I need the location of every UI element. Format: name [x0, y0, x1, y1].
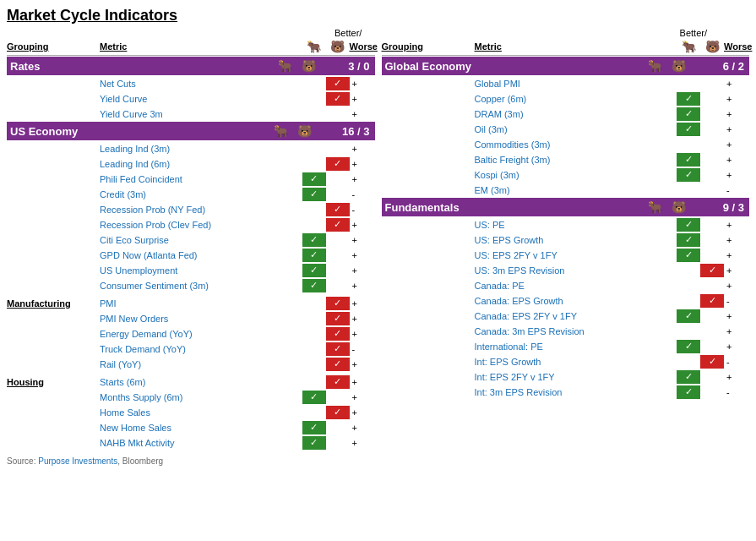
table-row: Truck Demand (YoY) ✓ - — [7, 342, 375, 356]
col-metric-right: Metric — [475, 41, 677, 52]
table-row: Int: EPS 2FY v 1FY ✓ + — [382, 369, 750, 384]
page-title: Market Cycle Indicators — [7, 7, 749, 25]
table-row: Leading Ind (3m) + — [7, 141, 375, 156]
bull-icon-header-left: 🐂 — [302, 40, 326, 53]
table-row: Energy Demand (YoY) ✓ + — [7, 326, 375, 341]
table-row: EM (3m) - — [382, 183, 750, 197]
rates-bull-icon: 🐂 — [274, 59, 297, 73]
table-row: Yield Curve 3m + — [7, 107, 375, 121]
table-row: Recession Prob (Clev Fed) ✓ + — [7, 217, 375, 232]
fundamentals-score: 9 / 3 — [695, 201, 746, 214]
rates-label: Rates — [10, 60, 274, 73]
bear-icon-header-right: 🐻 — [700, 40, 724, 53]
table-row: Months Supply (6m) ✓ + — [7, 390, 375, 404]
global-economy-label: Global Economy — [385, 60, 649, 73]
rates-bear-icon: 🐻 — [297, 59, 321, 73]
table-row: US Unemployment ✓ + — [7, 263, 375, 277]
better-worse-right-header: Better/ — [680, 28, 707, 38]
table-row: Citi Eco Surprise ✓ + — [7, 232, 375, 247]
table-row: NAHB Mkt Activity ✓ + — [7, 435, 375, 450]
col-grouping-right: Grouping — [382, 41, 475, 52]
table-row: Canada: 3m EPS Revision + — [382, 324, 750, 338]
table-row: GPD Now (Atlanta Fed) ✓ + — [7, 248, 375, 262]
table-row: Canada: EPS 2FY v 1FY ✓ + — [382, 309, 750, 323]
table-row: Net Cuts ✓ + — [7, 76, 375, 90]
table-row: International: PE ✓ + — [382, 339, 750, 353]
table-row: Global PMI + — [382, 76, 750, 90]
source-link[interactable]: Purpose Investments — [38, 456, 117, 466]
col-grouping-left: Grouping — [7, 41, 100, 52]
table-row: Consumer Sentiment (3m) ✓ + — [7, 278, 375, 292]
table-row: Copper (6m) ✓ + — [382, 91, 750, 106]
bull-icon-header-right: 🐂 — [677, 40, 700, 53]
table-row: Kospi (3m) ✓ + — [382, 167, 750, 182]
us-economy-label: US Economy — [10, 125, 274, 138]
bear-icon-header-left: 🐻 — [326, 40, 350, 53]
us-economy-bear-icon: 🐻 — [297, 124, 321, 138]
fundamentals-section-header: Fundamentals 🐂 🐻 9 / 3 — [382, 198, 750, 216]
table-row: Canada: PE + — [382, 278, 750, 292]
us-economy-score: 16 / 3 — [321, 125, 372, 138]
global-economy-bull-icon: 🐂 — [648, 59, 672, 73]
better-worse-left-header: Better/ — [334, 28, 362, 38]
table-row: Credit (3m) ✓ - — [7, 187, 375, 201]
fundamentals-bull-icon: 🐂 — [648, 200, 672, 214]
manufacturing-row: Manufacturing PMI ✓ + — [7, 296, 375, 310]
table-row: New Home Sales ✓ + — [7, 420, 375, 434]
rates-score: 3 / 0 — [321, 60, 372, 73]
rates-section-header: Rates 🐂 🐻 3 / 0 — [7, 57, 375, 75]
global-economy-bear-icon: 🐻 — [672, 59, 695, 73]
table-row: Int: EPS Growth ✓ - — [382, 354, 750, 369]
table-row: Home Sales ✓ + — [7, 405, 375, 419]
global-economy-section-header: Global Economy 🐂 🐻 6 / 2 — [382, 57, 750, 75]
table-row: PMI New Orders ✓ + — [7, 311, 375, 325]
us-economy-section-header: US Economy 🐂 🐻 16 / 3 — [7, 122, 375, 140]
fundamentals-bear-icon: 🐻 — [672, 200, 695, 214]
housing-row: Housing Starts (6m) ✓ + — [7, 374, 375, 389]
table-row: US: EPS 2FY v 1FY ✓ + — [382, 248, 750, 262]
table-row: Baltic Freight (3m) ✓ + — [382, 152, 750, 167]
table-row: Commodities (3m) + — [382, 137, 750, 151]
table-row: Canada: EPS Growth ✓ - — [382, 293, 750, 308]
col-bw-left: Worse — [350, 41, 375, 52]
us-economy-bull-icon: 🐂 — [274, 124, 297, 138]
col-bw-right: Worse — [724, 41, 749, 52]
table-row: Yield Curve ✓ + — [7, 91, 375, 106]
table-row: Int: 3m EPS Revision ✓ - — [382, 385, 750, 399]
table-row: US: EPS Growth ✓ + — [382, 232, 750, 247]
fundamentals-label: Fundamentals — [385, 201, 649, 214]
table-row: Phili Fed Coincident ✓ + — [7, 172, 375, 186]
table-row: US: 3m EPS Revision ✓ + — [382, 263, 750, 277]
global-economy-score: 6 / 2 — [695, 60, 746, 73]
table-row: Rail (YoY) ✓ + — [7, 357, 375, 371]
table-row: DRAM (3m) ✓ + — [382, 107, 750, 121]
table-row: Recession Prob (NY Fed) ✓ - — [7, 202, 375, 216]
source-text: Source: Purpose Investments, Bloomberg — [7, 456, 375, 466]
col-metric-left: Metric — [100, 41, 302, 52]
table-row: US: PE ✓ + — [382, 217, 750, 232]
table-row: Leading Ind (6m) ✓ + — [7, 156, 375, 171]
table-row: Oil (3m) ✓ + — [382, 122, 750, 136]
